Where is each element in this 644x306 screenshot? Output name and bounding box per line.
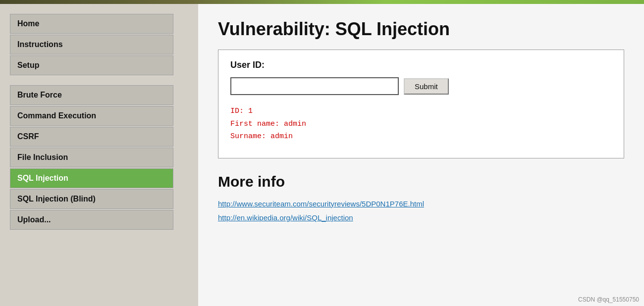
sidebar-item-csrf[interactable]: CSRF [10, 127, 173, 147]
top-bar [0, 0, 644, 4]
result-first-name: First name: admin [230, 118, 612, 131]
main-content: Vulnerability: SQL Injection User ID: Su… [198, 4, 644, 306]
sidebar-item-setup[interactable]: Setup [10, 55, 173, 75]
field-label: User ID: [230, 60, 612, 70]
info-link-1[interactable]: http://www.securiteam.com/securityreview… [218, 197, 624, 211]
sidebar-item-instructions[interactable]: Instructions [10, 35, 173, 54]
watermark: CSDN @qq_51550750 [578, 296, 639, 303]
sidebar-item-file-inclusion[interactable]: File Inclusion [10, 148, 173, 167]
sidebar-item-sql-injection[interactable]: SQL Injection [10, 168, 173, 188]
result-id: ID: 1 [230, 105, 612, 118]
page-title: Vulnerability: SQL Injection [218, 19, 624, 40]
sidebar-item-command-execution[interactable]: Command Execution [10, 106, 173, 126]
sidebar-spacer [10, 76, 188, 85]
user-id-input[interactable] [230, 77, 399, 95]
result-surname: Surname: admin [230, 130, 612, 143]
result-text: ID: 1 First name: admin Surname: admin [230, 105, 612, 143]
sidebar-item-upload[interactable]: Upload... [10, 210, 173, 230]
content-box: User ID: Submit ID: 1 First name: admin … [218, 50, 624, 158]
submit-button[interactable]: Submit [404, 78, 449, 95]
sidebar-item-sql-injection-blind[interactable]: SQL Injection (Blind) [10, 189, 173, 209]
sidebar-item-brute-force[interactable]: Brute Force [10, 85, 173, 105]
more-info-title: More info [218, 173, 624, 190]
input-row: Submit [230, 77, 612, 95]
sidebar-item-home[interactable]: Home [10, 14, 173, 34]
info-link-2[interactable]: http://en.wikipedia.org/wiki/SQL_injecti… [218, 211, 624, 225]
sidebar: Home Instructions Setup Brute Force Comm… [0, 4, 198, 306]
